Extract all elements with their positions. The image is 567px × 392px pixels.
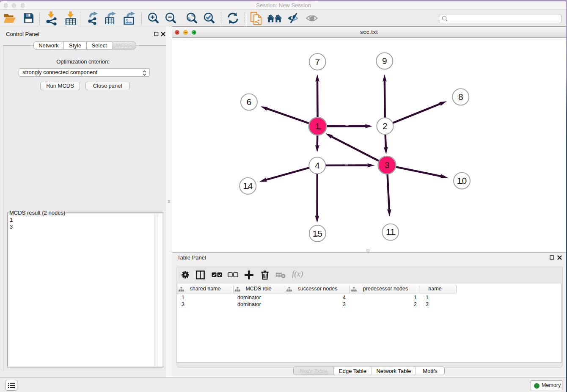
svg-text:14: 14 xyxy=(243,181,253,190)
svg-text:9: 9 xyxy=(382,56,387,66)
svg-text:8: 8 xyxy=(458,92,463,102)
svg-text:10: 10 xyxy=(457,176,467,185)
svg-text:3: 3 xyxy=(385,160,390,170)
svg-text:4: 4 xyxy=(315,160,320,170)
svg-text:15: 15 xyxy=(313,229,322,238)
svg-text:7: 7 xyxy=(315,57,320,66)
svg-text:1: 1 xyxy=(315,121,320,131)
svg-text:11: 11 xyxy=(386,227,395,237)
svg-text:2: 2 xyxy=(383,121,388,131)
svg-text:6: 6 xyxy=(247,97,252,107)
